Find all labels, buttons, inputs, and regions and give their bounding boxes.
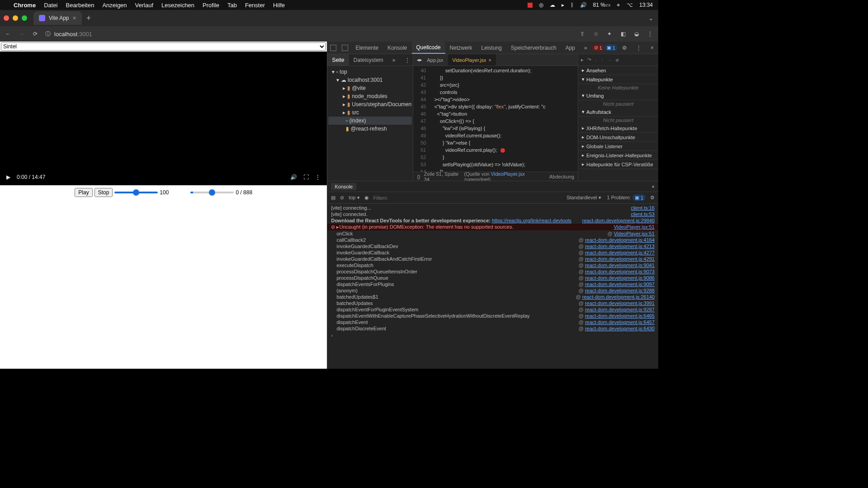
video-menu-button[interactable]: ⋮ (315, 174, 321, 180)
tree-item[interactable]: ▮ @react-refresh (328, 125, 412, 133)
tree-item[interactable]: ▸ ▮ @vite (328, 84, 412, 92)
context-selector[interactable]: top ▾ (349, 195, 359, 201)
tab-network[interactable]: Netzwerk (445, 42, 477, 54)
close-tab-button[interactable]: × (72, 14, 76, 22)
editor-nav-button[interactable]: ◂▸ (417, 57, 422, 63)
deactivate-bp-button[interactable]: ⌀ (616, 57, 619, 63)
code-area[interactable]: 4041424344454647484950515253545556575859… (413, 66, 578, 172)
tab-page[interactable]: Seite (327, 54, 349, 66)
play-button[interactable]: Play (75, 188, 92, 197)
step-out-button[interactable]: ↑ (601, 57, 604, 63)
editor-tab-active[interactable]: VideoPlayer.jsx × (448, 54, 496, 66)
watch-section[interactable]: ▸ Ansehen (578, 66, 658, 75)
menu-item[interactable]: Anzeigen (102, 2, 127, 9)
tree-item[interactable]: ▾ ▫ top (328, 68, 412, 76)
tab-memory[interactable]: Speicherverbrauch (506, 42, 561, 54)
tab-performance[interactable]: Leistung (477, 42, 506, 54)
seek-slider[interactable] (190, 192, 234, 193)
tree-item-selected[interactable]: ▫ (index) (328, 117, 412, 125)
sidepanel-button[interactable]: ◧ (619, 31, 627, 37)
tab-console[interactable]: Konsole (383, 42, 411, 54)
menu-item[interactable]: Datei (44, 2, 57, 9)
menu-item[interactable]: Fenster (245, 2, 265, 9)
clear-console-button[interactable]: ⊘ (340, 195, 344, 201)
drawer-tab-console[interactable]: Konsole (331, 183, 356, 190)
menu-item[interactable]: Bearbeiten (66, 2, 94, 9)
back-button[interactable]: ← (5, 31, 12, 37)
profile-button[interactable]: ◒ (633, 31, 640, 37)
forward-button[interactable]: → (18, 31, 25, 37)
event-bp-section[interactable]: ▸ Ereignis-Listener-Haltepunkte (578, 151, 658, 160)
callstack-section[interactable]: ▾ Aufrufstack (578, 108, 658, 117)
video-player[interactable]: ▶ 0:00 / 14:47 🔊 ⛶ ⋮ (0, 52, 327, 185)
app-name[interactable]: Chrome (14, 2, 36, 9)
level-selector[interactable]: Standardlevel ▾ (566, 195, 601, 201)
step-into-button[interactable]: ↓ (595, 57, 598, 63)
nav-menu-button[interactable]: ⋮ (400, 54, 415, 66)
bookmark-button[interactable]: ☆ (592, 31, 599, 37)
tab-filesystem[interactable]: Dateisystem (349, 54, 388, 66)
coverage-label[interactable]: Abdeckung (549, 174, 574, 179)
issue-count-badge[interactable]: ▣ 1 (604, 44, 618, 51)
address-bar[interactable]: ⓘ localhost:3001 (45, 30, 572, 38)
xhr-bp-section[interactable]: ▸ XHR/fetch-Haltepunkte (578, 124, 658, 133)
close-window-button[interactable] (4, 15, 9, 21)
menu-button[interactable]: ⋮ (646, 31, 654, 37)
video-select[interactable]: Sintel (1, 42, 326, 51)
tab-sources[interactable]: Quellcode (412, 42, 445, 54)
site-info-icon[interactable]: ⓘ (45, 30, 51, 38)
playback-icon[interactable]: ▸ (561, 2, 564, 8)
battery-status[interactable]: 81 % ▭ (593, 2, 610, 8)
control-center-icon[interactable]: ⌥ (627, 2, 633, 8)
scope-section[interactable]: ▾ Umfang (578, 91, 658, 100)
wifi-icon[interactable]: ⋄ (617, 2, 620, 8)
close-drawer-button[interactable]: × (652, 184, 655, 189)
nav-more-button[interactable]: » (388, 54, 400, 66)
browser-tab[interactable]: Vite App × (33, 11, 82, 25)
menu-item[interactable]: Lesezeichen (161, 2, 194, 9)
tab-application[interactable]: App (561, 42, 580, 54)
settings-button[interactable]: ⚙ (618, 42, 632, 54)
status-icon[interactable]: ◎ (539, 2, 543, 8)
tree-item[interactable]: ▾ ☁ localhost:3001 (328, 76, 412, 84)
editor-tab[interactable]: App.jsx (422, 54, 448, 66)
tabs-overflow-button[interactable]: ⌄ (648, 14, 654, 22)
breakpoints-section[interactable]: ▾ Haltepunkte (578, 75, 658, 84)
device-toolbar-button[interactable] (342, 45, 348, 51)
error-count-badge[interactable]: ⊘ 1 (592, 44, 604, 51)
tree-item[interactable]: ▸ ▮ node_modules (328, 92, 412, 100)
new-tab-button[interactable]: + (86, 14, 91, 23)
reload-button[interactable]: ⟳ (32, 31, 39, 37)
inspect-element-button[interactable] (330, 45, 336, 51)
tree-item[interactable]: ▸ ▮ Users/stephan/Documents/dev… (328, 100, 412, 108)
global-listeners-section[interactable]: ▸ Globale Listener (578, 142, 658, 151)
recording-indicator-icon[interactable] (528, 3, 533, 8)
csp-bp-section[interactable]: ▸ Haltepunkte für CSP-Verstöße (578, 160, 658, 169)
live-expr-button[interactable]: ◉ (364, 195, 369, 201)
cloud-icon[interactable]: ☁ (550, 2, 555, 8)
video-mute-button[interactable]: 🔊 (290, 174, 297, 180)
extensions-button[interactable]: ✦ (606, 31, 613, 37)
resume-button[interactable]: ▸ (581, 57, 584, 63)
video-fullscreen-button[interactable]: ⛶ (303, 174, 309, 180)
close-icon[interactable]: × (489, 57, 491, 63)
console-settings-button[interactable]: ⚙ (650, 195, 655, 201)
devtools-menu-button[interactable]: ⋮ (632, 42, 646, 54)
clock[interactable]: 13:34 (639, 2, 653, 8)
console-prompt[interactable]: › (327, 332, 658, 339)
stop-button[interactable]: Stop (94, 188, 113, 197)
menu-item[interactable]: Hilfe (273, 2, 285, 9)
menu-item[interactable]: Profile (203, 2, 219, 9)
share-button[interactable]: ⇪ (579, 31, 586, 37)
braces-icon[interactable]: {} (417, 174, 420, 179)
close-devtools-button[interactable]: × (646, 42, 658, 54)
console-sidebar-button[interactable]: ▤ (331, 195, 335, 201)
tab-elements[interactable]: Elemente (351, 42, 383, 54)
menu-item[interactable]: Verlauf (135, 2, 153, 9)
volume-slider[interactable] (114, 192, 158, 193)
minimize-window-button[interactable] (13, 15, 18, 21)
dom-bp-section[interactable]: ▸ DOM-Umschaltpunkte (578, 133, 658, 142)
volume-icon[interactable]: 🔊 (580, 2, 587, 8)
bluetooth-icon[interactable]: ᛒ (571, 2, 574, 8)
menu-item[interactable]: Tab (227, 2, 237, 9)
